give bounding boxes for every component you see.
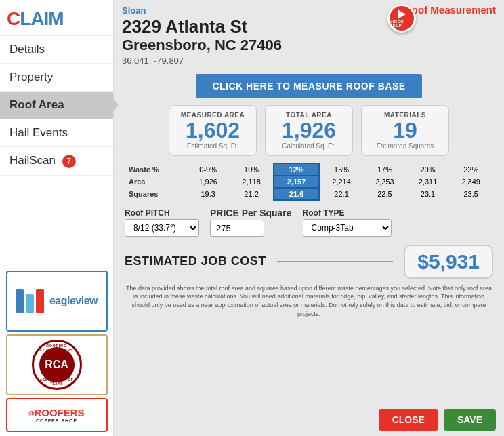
rca-logo[interactable]: ROOFING CONTRACTORS RCA ASSOCIATION OF T… xyxy=(6,334,108,395)
video-help-text: VIDEO HELP xyxy=(390,20,414,28)
config-row: Roof PITCH 8/12 (33.7°) 4/12 (18.4°) 6/1… xyxy=(114,203,504,241)
job-cost-label: ESTIMATED JOB COST xyxy=(125,254,266,269)
waste-percent-row: Waste % 0-9% 10% 12% 15% 17% 20% 22% xyxy=(125,163,492,176)
area-col-10: 2,118 xyxy=(230,176,274,188)
sidebar: CLAIM Details Property Roof Area Hail Ev… xyxy=(0,0,114,436)
area-col-22: 2,349 xyxy=(449,176,492,188)
total-area-box: TOTAL AREA 1,926 Calculated Sq. Ft. xyxy=(265,105,353,156)
materials-value: 19 xyxy=(373,119,438,142)
area-row-label: Area xyxy=(125,176,186,188)
sidebar-item-roof-area[interactable]: Roof Area xyxy=(0,92,113,119)
roofers-logo[interactable]: ®ROOFERS COFFEE SHOP xyxy=(6,398,108,432)
waste-table-area: Waste % 0-9% 10% 12% 15% 17% 20% 22% Are… xyxy=(114,160,504,203)
header: Roof Measurement VIDEO HELP Sloan 2329 A… xyxy=(114,0,504,68)
roof-type-select[interactable]: Comp-3Tab Metal Tile Modified Bitumen xyxy=(303,219,392,237)
roof-measurement-label: Roof Measurement xyxy=(404,4,496,16)
footer-buttons: CLOSE SAVE xyxy=(114,403,504,436)
waste-col-20: 20% xyxy=(406,163,450,176)
squares-row: Squares 19.3 21.2 21.6 22.1 22.5 23.1 23… xyxy=(125,188,492,200)
waste-table: Waste % 0-9% 10% 12% 15% 17% 20% 22% Are… xyxy=(125,163,493,201)
measured-area-value: 1,602 xyxy=(180,119,245,142)
rca-bottom-text: ASSOCIATION OF TEXAS xyxy=(34,378,80,386)
coordinates: 36.041, -79.807 xyxy=(122,56,496,66)
waste-col-15: 15% xyxy=(319,163,363,176)
price-input[interactable] xyxy=(210,220,264,237)
address-line2: Greensboro, NC 27406 xyxy=(122,37,496,54)
sidebar-item-property[interactable]: Property xyxy=(0,64,113,92)
sidebar-item-details[interactable]: Details xyxy=(0,36,113,64)
area-col-12-selected: 2,157 xyxy=(274,176,319,188)
save-button[interactable]: SAVE xyxy=(444,409,496,431)
nav-items: Details Property Roof Area Hail Events H… xyxy=(0,36,113,176)
measured-area-label: MEASURED AREA xyxy=(180,111,245,119)
price-group: PRICE Per Square xyxy=(210,207,292,237)
video-help-button[interactable]: VIDEO HELP xyxy=(387,4,416,33)
roofers-main-text: ®ROOFERS xyxy=(28,407,84,418)
squares-col-15: 22.1 xyxy=(319,188,363,200)
area-col-0-9: 1,926 xyxy=(186,176,230,188)
measured-area-box: MEASURED AREA 1,602 Estimated Sq. Ft. xyxy=(169,105,257,156)
waste-col-17: 17% xyxy=(363,163,406,176)
hailscan-badge: 7 xyxy=(62,155,76,168)
roof-type-label: Roof TYPE xyxy=(303,208,392,218)
job-cost-divider xyxy=(277,261,394,262)
job-cost-row: ESTIMATED JOB COST $5,931 xyxy=(114,241,504,281)
area-row: Area 1,926 2,118 2,157 2,214 2,253 2,311… xyxy=(125,176,492,188)
waste-row-label: Waste % xyxy=(125,163,186,176)
job-cost-value: $5,931 xyxy=(417,250,480,273)
pitch-select[interactable]: 8/12 (33.7°) 4/12 (18.4°) 6/12 (26.6°) 1… xyxy=(125,219,199,237)
job-cost-value-box: $5,931 xyxy=(404,245,493,279)
roofers-sub-text: COFFEE SHOP xyxy=(36,418,77,423)
materials-label: MATERIALS xyxy=(373,111,438,119)
roof-type-group: Roof TYPE Comp-3Tab Metal Tile Modified … xyxy=(303,208,392,237)
eagleview-logo[interactable]: eagleview xyxy=(6,271,108,332)
price-label: PRICE Per Square xyxy=(210,207,292,218)
logo-area: CLAIM xyxy=(0,0,113,36)
materials-sub: Estimated Squares xyxy=(373,142,438,150)
address-line1: 2329 Atlanta St xyxy=(122,17,496,37)
partner-logos: eagleview ROOFING CONTRACTORS RCA ASSOCI… xyxy=(0,266,113,436)
pitch-label: Roof PITCH xyxy=(125,208,199,218)
waste-col-22: 22% xyxy=(449,163,492,176)
close-button[interactable]: CLOSE xyxy=(379,409,438,431)
total-area-label: TOTAL AREA xyxy=(276,111,341,119)
sidebar-item-hail-events[interactable]: Hail Events xyxy=(0,119,113,147)
squares-col-10: 21.2 xyxy=(230,188,274,200)
stats-row: MEASURED AREA 1,602 Estimated Sq. Ft. TO… xyxy=(114,102,504,160)
sidebar-item-hailscan[interactable]: HailScan 7 xyxy=(0,147,113,176)
total-area-value: 1,926 xyxy=(276,119,341,142)
squares-col-12-selected: 21.6 xyxy=(274,188,319,200)
area-col-17: 2,253 xyxy=(363,176,406,188)
squares-col-22: 23.5 xyxy=(449,188,492,200)
rca-top-text: ROOFING CONTRACTORS xyxy=(34,344,80,352)
squares-col-0-9: 19.3 xyxy=(186,188,230,200)
waste-col-0-9: 0-9% xyxy=(186,163,230,176)
area-col-15: 2,214 xyxy=(319,176,363,188)
squares-col-17: 22.5 xyxy=(363,188,406,200)
materials-box: MATERIALS 19 Estimated Squares xyxy=(361,105,449,156)
area-col-20: 2,311 xyxy=(406,176,450,188)
claim-logo: CLAIM xyxy=(7,8,106,30)
squares-row-label: Squares xyxy=(125,188,186,200)
disclaimer-area: The data provided shows the total roof a… xyxy=(114,281,504,321)
play-icon xyxy=(398,9,406,19)
pitch-group: Roof PITCH 8/12 (33.7°) 4/12 (18.4°) 6/1… xyxy=(125,208,199,237)
disclaimer-text: The data provided shows the total roof a… xyxy=(125,284,493,318)
total-area-sub: Calculated Sq. Ft. xyxy=(276,142,341,150)
squares-col-20: 23.1 xyxy=(406,188,450,200)
measured-area-sub: Estimated Sq. Ft. xyxy=(180,142,245,150)
measure-roof-button[interactable]: CLICK HERE TO MEASURE ROOF BASE xyxy=(196,74,421,98)
waste-col-12-selected[interactable]: 12% xyxy=(274,163,319,176)
measure-btn-row: CLICK HERE TO MEASURE ROOF BASE xyxy=(114,68,504,102)
main-content: Roof Measurement VIDEO HELP Sloan 2329 A… xyxy=(114,0,504,436)
waste-col-10: 10% xyxy=(230,163,274,176)
